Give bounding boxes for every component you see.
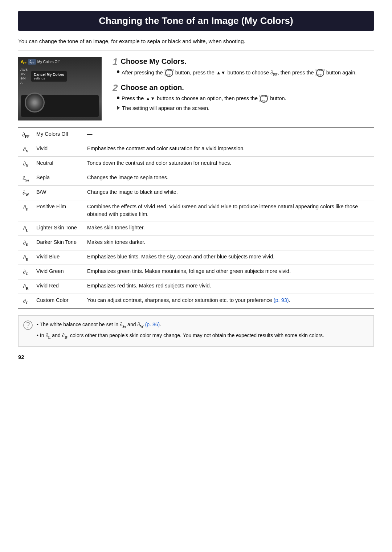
color-mode-icon: ∂L — [23, 225, 28, 231]
steps-section: 1 Choose My Colors. After pressing the F… — [113, 57, 374, 118]
color-mode-icon: ∂W — [23, 190, 29, 196]
table-cell-name: Sepia — [33, 171, 84, 185]
step2-body: Press the ▲▼ buttons to choose an option… — [113, 95, 374, 113]
divider-top — [18, 50, 374, 50]
table-cell-desc: Combines the effects of Vivid Red, Vivid… — [84, 200, 374, 221]
table-cell-desc: Tones down the contrast and color satura… — [84, 156, 374, 171]
table-cell-icon: ∂G — [18, 265, 33, 279]
step2-bullet2-text: The setting will appear on the screen. — [122, 105, 209, 113]
step2-number: 2 — [113, 83, 118, 93]
table-cell-icon: ∂D — [18, 236, 33, 250]
table-cell-name: Positive Film — [33, 200, 84, 221]
table-cell-desc: You can adjust contrast, sharpness, and … — [84, 294, 374, 309]
table-cell-name: Vivid Red — [33, 279, 84, 294]
sepia-icon-note: ∂Se — [120, 322, 126, 327]
table-cell-desc: Emphasizes green tints. Makes mountains,… — [84, 265, 374, 279]
step2-bullet1: Press the ▲▼ buttons to choose an option… — [117, 95, 374, 103]
top-section: ∂FF ∂FF My Colors Off AWB ⊕V ⊕N A Cancel… — [18, 57, 374, 120]
table-cell-desc: Changes the image to sepia tones. — [84, 171, 374, 185]
color-mode-icon: ∂B — [23, 254, 28, 260]
table-cell-desc: Changes the image to black and white. — [84, 185, 374, 200]
table-row: ∂V Vivid Emphasizes the contrast and col… — [18, 142, 374, 156]
mycolors-off-icon: ∂FF — [270, 70, 278, 75]
table-cell-name: B/W — [33, 185, 84, 200]
note-item-1: The white balance cannot be set in ∂Se a… — [37, 320, 368, 330]
table-cell-icon: ∂N — [18, 156, 33, 171]
camera-image: ∂FF ∂FF My Colors Off AWB ⊕V ⊕N A Cancel… — [18, 57, 102, 120]
table-cell-name: My Colors Off — [33, 127, 84, 142]
note-icon — [23, 320, 33, 330]
table-cell-icon: ∂C — [18, 294, 33, 309]
step1-title: Choose My Colors. — [121, 57, 186, 66]
table-cell-icon: ∂Se — [18, 171, 33, 185]
table-cell-icon: ∂W — [18, 185, 33, 200]
arrow-icon2: ▲▼ — [146, 96, 155, 101]
table-cell-icon: ∂P — [18, 200, 33, 221]
color-options-table: ∂FF My Colors Off — ∂V Vivid Emphasizes … — [18, 127, 374, 309]
step2-bullet1-text: Press the ▲▼ buttons to choose an option… — [122, 95, 286, 103]
table-row: ∂Se Sepia Changes the image to sepia ton… — [18, 171, 374, 185]
step1-number: 1 — [113, 57, 118, 66]
svg-point-1 — [28, 327, 28, 328]
func-button-icon3: FUNCSET — [260, 95, 268, 103]
table-row: ∂R Vivid Red Emphasizes red tints. Makes… — [18, 279, 374, 294]
color-mode-icon: ∂C — [23, 298, 29, 304]
table-row: ∂D Darker Skin Tone Makes skin tones dar… — [18, 236, 374, 250]
table-row: ∂W B/W Changes the image to black and wh… — [18, 185, 374, 200]
table-cell-desc: — — [84, 127, 374, 142]
bw-icon-note: ∂W — [137, 322, 143, 327]
step2-bullet2: The setting will appear on the screen. — [117, 105, 374, 113]
table-cell-name: Custom Color — [33, 294, 84, 309]
table-row: ∂G Vivid Green Emphasizes green tints. M… — [18, 265, 374, 279]
table-cell-name: Neutral — [33, 156, 84, 171]
darker-icon-note: ∂D — [62, 332, 68, 338]
note-item-2: In ∂L and ∂D, colors other than people's… — [37, 331, 368, 340]
table-cell-desc: Emphasizes blue tints. Makes the sky, oc… — [84, 250, 374, 265]
step-2: 2 Choose an option. Press the ▲▼ buttons… — [113, 83, 374, 113]
table-cell-name: Darker Skin Tone — [33, 236, 84, 250]
table-cell-name: Lighter Skin Tone — [33, 221, 84, 236]
intro-text: You can change the tone of an image, for… — [18, 37, 374, 46]
step2-title: Choose an option. — [121, 83, 184, 92]
lighter-icon-note: ∂L — [45, 332, 50, 338]
arrow-icon: ▲▼ — [216, 70, 226, 75]
table-cell-name: Vivid Blue — [33, 250, 84, 265]
table-cell-desc: Emphasizes red tints. Makes red subjects… — [84, 279, 374, 294]
table-cell-desc: Makes skin tones darker. — [84, 236, 374, 250]
note-link-1[interactable]: (p. 86) — [145, 322, 160, 327]
custom-color-link[interactable]: (p. 93) — [274, 297, 289, 303]
triangle-icon — [117, 106, 120, 110]
table-cell-icon: ∂FF — [18, 127, 33, 142]
color-mode-icon: ∂G — [23, 269, 28, 275]
step1-bullet1: After pressing the FUNCSET button, press… — [117, 69, 374, 77]
table-cell-name: Vivid Green — [33, 265, 84, 279]
table-cell-icon: ∂R — [18, 279, 33, 294]
color-mode-icon: ∂Se — [23, 175, 29, 181]
table-cell-icon: ∂B — [18, 250, 33, 265]
table-row: ∂C Custom Color You can adjust contrast,… — [18, 294, 374, 309]
table-row: ∂P Positive Film Combines the effects of… — [18, 200, 374, 221]
color-mode-icon: ∂P — [23, 204, 28, 210]
color-mode-icon: ∂V — [23, 146, 29, 152]
func-button-icon: FUNCSET — [165, 69, 173, 77]
step1-bullet1-text: After pressing the FUNCSET button, press… — [122, 69, 357, 77]
table-row: ∂B Vivid Blue Emphasizes blue tints. Mak… — [18, 250, 374, 265]
color-mode-icon: ∂FF — [22, 132, 29, 138]
table-row: ∂N Neutral Tones down the contrast and c… — [18, 156, 374, 171]
bullet-dot — [117, 70, 119, 73]
table-cell-desc: Emphasizes the contrast and color satura… — [84, 142, 374, 156]
page-title: Changing the Tone of an Image (My Colors… — [18, 11, 374, 31]
step1-body: After pressing the FUNCSET button, press… — [113, 69, 374, 77]
table-cell-desc: Makes skin tones lighter. — [84, 221, 374, 236]
table-row: ∂FF My Colors Off — — [18, 127, 374, 142]
table-cell-icon: ∂L — [18, 221, 33, 236]
func-button-icon2: FUNCSET — [316, 69, 324, 77]
table-row: ∂L Lighter Skin Tone Makes skin tones li… — [18, 221, 374, 236]
table-cell-icon: ∂V — [18, 142, 33, 156]
step-1: 1 Choose My Colors. After pressing the F… — [113, 57, 374, 77]
page-number: 92 — [18, 354, 374, 360]
note-box: The white balance cannot be set in ∂Se a… — [18, 315, 374, 347]
table-cell-name: Vivid — [33, 142, 84, 156]
bullet-dot2 — [117, 97, 119, 99]
color-mode-icon: ∂D — [23, 240, 29, 246]
